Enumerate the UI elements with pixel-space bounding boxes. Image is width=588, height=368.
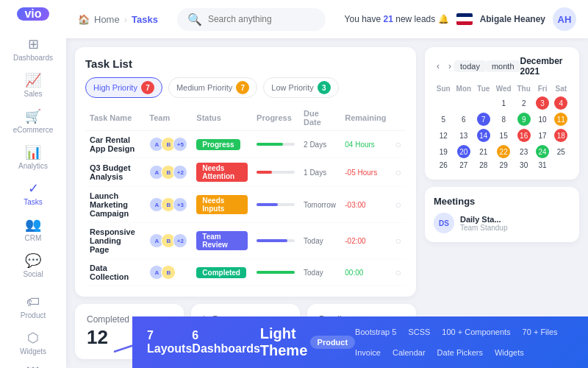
sidebar-item-ecommerce[interactable]: 🛒 eCommerce xyxy=(0,103,66,139)
status-badge: Needs Attention xyxy=(196,163,248,182)
tab-high-priority[interactable]: High Priority 7 xyxy=(85,77,162,98)
table-row[interactable]: Data Collection AB Completed Today 00:00… xyxy=(85,259,406,286)
cal-day[interactable]: 4 xyxy=(552,95,570,111)
team-avatars: AB+3 xyxy=(149,197,187,212)
cal-day[interactable]: 25 xyxy=(552,144,570,160)
cal-day[interactable]: 20 xyxy=(453,144,474,160)
cal-day[interactable]: 26 xyxy=(434,160,453,171)
cal-day[interactable]: 21 xyxy=(474,144,492,160)
tab-low-priority[interactable]: Low Priority 3 xyxy=(263,77,338,98)
task-name: Q3 Budget Analysis xyxy=(90,163,131,181)
progress-bar xyxy=(257,143,283,146)
table-row[interactable]: Launch Marketing Campaign AB+3 Needs Inp… xyxy=(85,187,406,223)
language-flag[interactable] xyxy=(456,13,473,25)
cal-dot-highlight: 7 xyxy=(477,113,490,126)
progress-bar xyxy=(257,203,278,206)
meeting-avatar: DS xyxy=(434,213,454,233)
cal-prev-btn[interactable]: ‹ xyxy=(434,60,442,73)
sidebar-item-product[interactable]: 🏷 Product xyxy=(0,289,66,325)
sidebar-label-social: Social xyxy=(23,270,43,278)
col-action xyxy=(391,105,406,131)
sidebar-item-ui-elements[interactable]: 🖼 UI Elements xyxy=(0,361,66,368)
calendar-header: ‹ › today month December 2021 xyxy=(434,56,570,77)
search-input[interactable] xyxy=(208,14,315,24)
cal-month-btn[interactable]: month xyxy=(486,60,520,72)
cal-day[interactable]: 5 xyxy=(434,111,453,127)
high-priority-badge: 7 xyxy=(141,81,154,94)
promo-scss: SCSS xyxy=(408,328,430,336)
cal-day-header: Wed xyxy=(492,82,514,95)
check-icon: ○ xyxy=(395,235,401,247)
meeting-name: Daily Sta... xyxy=(460,215,508,224)
social-icon: 💬 xyxy=(25,252,41,269)
sidebar-item-crm[interactable]: 👥 CRM xyxy=(0,211,66,247)
calendar-title: December 2021 xyxy=(520,56,571,77)
cal-day[interactable]: 28 xyxy=(474,160,492,171)
cal-day xyxy=(453,95,474,111)
sidebar-item-social[interactable]: 💬 Social xyxy=(0,247,66,283)
cal-day[interactable]: 2 xyxy=(514,95,534,111)
right-panel: ‹ › today month December 2021 SunMonTueW… xyxy=(425,47,579,308)
cal-dot-highlight: 4 xyxy=(554,96,567,110)
cal-day[interactable]: 27 xyxy=(453,160,474,171)
header: 🏠 Home › Tasks 🔍 You have 21 new leads 🔔… xyxy=(66,0,588,38)
col-progress: Progress xyxy=(252,105,299,131)
cal-day[interactable]: 17 xyxy=(534,127,552,144)
main-content: 🏠 Home › Tasks 🔍 You have 21 new leads 🔔… xyxy=(66,0,588,368)
task-name: Data Collection xyxy=(90,263,129,281)
cal-day[interactable]: 23 xyxy=(514,144,534,160)
cal-day[interactable]: 29 xyxy=(492,160,514,171)
cal-dot-highlight: 16 xyxy=(517,129,531,142)
cal-next-btn[interactable]: › xyxy=(445,60,454,73)
col-team: Team xyxy=(145,105,192,131)
sidebar-item-sales[interactable]: 📈 Sales xyxy=(0,67,66,103)
cal-day[interactable]: 10 xyxy=(534,111,552,127)
remaining: -05 Hours xyxy=(345,169,377,177)
meetings-title: Meetings xyxy=(434,196,570,207)
sidebar-item-analytics[interactable]: 📊 Analytics xyxy=(0,139,66,175)
breadcrumb-home[interactable]: Home xyxy=(94,14,120,25)
table-row[interactable]: Car Rental App Design AB+5 Progress 2 Da… xyxy=(85,131,406,158)
search-bar[interactable]: 🔍 xyxy=(177,8,326,31)
cal-day xyxy=(474,95,492,111)
medium-priority-badge: 7 xyxy=(236,81,249,94)
promo-datepickers: Date Pickers xyxy=(437,348,483,357)
user-name: Abigale Heaney xyxy=(480,14,545,24)
promo-bootstrap: Bootstrap 5 xyxy=(355,328,396,336)
cal-day[interactable]: 30 xyxy=(514,160,534,171)
cal-day[interactable]: 18 xyxy=(552,127,570,144)
table-row[interactable]: Q3 Budget Analysis AB+2 Needs Attention … xyxy=(85,158,406,187)
cal-day[interactable]: 11 xyxy=(552,111,570,127)
cal-day[interactable]: 19 xyxy=(434,144,453,160)
status-badge: Progress xyxy=(196,139,240,150)
promo-layouts: 7 Layouts xyxy=(147,329,192,355)
cal-day[interactable]: 9 xyxy=(514,111,534,127)
cal-day[interactable]: 16 xyxy=(514,127,534,144)
task-list-title: Task List xyxy=(85,57,406,70)
progress-bar xyxy=(257,271,295,274)
status-badge: Completed xyxy=(196,267,246,278)
sidebar-item-dashboards[interactable]: ⊞ Dashboards xyxy=(0,31,66,67)
cal-day[interactable]: 13 xyxy=(453,127,474,144)
team-avatars: AB+2 xyxy=(149,233,187,248)
tab-medium-priority[interactable]: Medium Priority 7 xyxy=(168,77,257,98)
table-row[interactable]: Responsive Landing Page AB+2 Team Review… xyxy=(85,223,406,259)
sidebar-item-widgets[interactable]: ⬡ Widgets xyxy=(0,325,66,361)
cal-day[interactable]: 15 xyxy=(492,127,514,144)
cal-day[interactable]: 1 xyxy=(492,95,514,111)
cal-day[interactable]: 12 xyxy=(434,127,453,144)
cal-day[interactable]: 8 xyxy=(492,111,514,127)
cal-day[interactable]: 6 xyxy=(453,111,474,127)
cal-day[interactable]: 3 xyxy=(534,95,552,111)
calendar-card: ‹ › today month December 2021 SunMonTueW… xyxy=(425,47,579,180)
cal-day[interactable]: 22 xyxy=(492,144,514,160)
col-status: Status xyxy=(192,105,252,131)
crm-icon: 👥 xyxy=(25,216,41,233)
sidebar-item-tasks[interactable]: ✓ Tasks xyxy=(0,175,66,211)
cal-day[interactable]: 31 xyxy=(534,160,552,171)
cal-day[interactable]: 7 xyxy=(474,111,492,127)
breadcrumb: 🏠 Home › Tasks xyxy=(78,14,158,25)
cal-today-btn[interactable]: today xyxy=(454,60,486,72)
cal-day[interactable]: 14 xyxy=(474,127,492,144)
cal-day[interactable]: 24 xyxy=(534,144,552,160)
